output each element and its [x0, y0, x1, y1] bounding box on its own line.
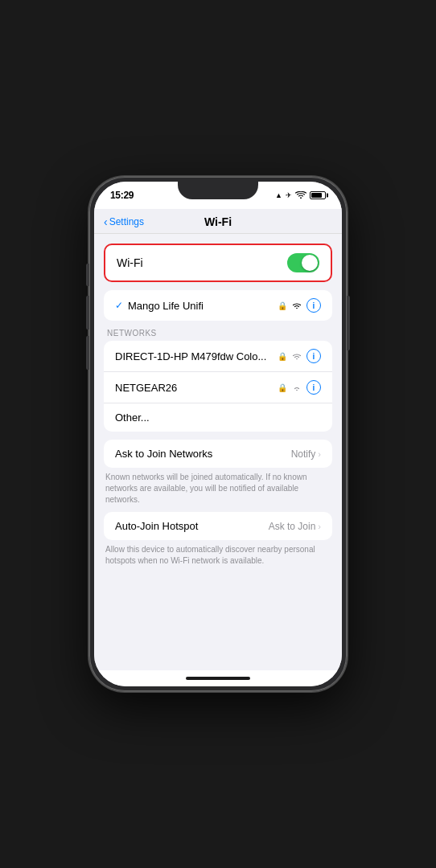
ask-to-join-row[interactable]: Ask to Join Networks Notify ›: [115, 448, 321, 460]
volume-up-button[interactable]: [86, 296, 89, 330]
network-info-button[interactable]: i: [306, 298, 321, 313]
navigation-arrow-icon: ▲: [275, 191, 282, 199]
auto-join-label: Auto-Join Hotspot: [115, 520, 198, 532]
wifi-icon-1: [291, 352, 302, 360]
lock-icon: 🔒: [278, 301, 287, 310]
wifi-signal-icon: [291, 301, 302, 309]
other-networks-label: Other...: [115, 411, 150, 424]
ask-to-join-label: Ask to Join Networks: [115, 448, 212, 460]
connected-network-icons: 🔒 i: [278, 298, 321, 313]
ask-to-join-value: Notify: [291, 448, 316, 460]
checkmark-icon: ✓: [115, 300, 123, 311]
wifi-icon-2: [291, 383, 302, 391]
status-bar: 15:29 ▲ ✈: [94, 182, 342, 209]
phone-screen: 15:29 ▲ ✈: [94, 182, 342, 686]
wifi-toggle-section: Wi-Fi: [104, 244, 332, 282]
auto-join-value: Ask to Join: [269, 521, 316, 532]
battery-fill: [311, 193, 322, 198]
back-button[interactable]: ‹ Settings: [104, 215, 144, 228]
phone-frame: 15:29 ▲ ✈: [89, 177, 347, 691]
mute-button[interactable]: [86, 264, 89, 286]
toggle-knob: [302, 255, 318, 271]
airplane-icon: ✈: [286, 191, 292, 199]
connected-network-row[interactable]: ✓ Mango Life Unifi 🔒 i: [104, 290, 332, 321]
scroll-content: Wi-Fi ✓ Mango Life Unifi 🔒: [94, 234, 342, 670]
wifi-toggle-label: Wi-Fi: [117, 256, 143, 269]
ask-to-join-chevron-icon: ›: [318, 449, 321, 459]
network-name-2: NETGEAR26: [115, 382, 273, 394]
auto-join-value-row: Ask to Join ›: [269, 521, 321, 532]
navigation-bar: ‹ Settings Wi-Fi: [94, 209, 342, 234]
home-indicator: [94, 670, 342, 686]
network-info-button-2[interactable]: i: [306, 380, 321, 395]
notch: [178, 182, 258, 199]
network-icons-2: 🔒 i: [278, 380, 321, 395]
networks-section-label: NETWORKS: [104, 329, 332, 341]
volume-down-button[interactable]: [86, 336, 89, 370]
network-icons-1: 🔒 i: [278, 349, 321, 363]
lock-icon-2: 🔒: [278, 383, 287, 392]
home-bar: [186, 677, 250, 680]
connected-network-name: Mango Life Unifi: [128, 300, 273, 312]
network-info-button-1[interactable]: i: [306, 349, 321, 363]
svg-point-2: [296, 358, 298, 360]
svg-point-1: [296, 308, 298, 309]
auto-join-description: Allow this device to automatically disco…: [104, 544, 332, 567]
power-button[interactable]: [347, 296, 350, 350]
wifi-toggle[interactable]: [287, 253, 319, 272]
ask-to-join-card[interactable]: Ask to Join Networks Notify ›: [104, 440, 332, 468]
network-row-2[interactable]: NETGEAR26 🔒 i: [104, 372, 332, 403]
network-row[interactable]: DIRECT-1D-HP M479fdw Colo... 🔒 i: [104, 341, 332, 372]
other-network-row[interactable]: Other...: [104, 403, 332, 432]
network-name-1: DIRECT-1D-HP M479fdw Colo...: [115, 350, 273, 362]
ask-to-join-group: Ask to Join Networks Notify › Known netw…: [104, 440, 332, 506]
svg-point-0: [300, 198, 302, 199]
auto-join-card[interactable]: Auto-Join Hotspot Ask to Join ›: [104, 512, 332, 540]
page-title: Wi-Fi: [204, 215, 232, 228]
ask-to-join-description: Known networks will be joined automatica…: [104, 472, 332, 506]
auto-join-group: Auto-Join Hotspot Ask to Join › Allow th…: [104, 512, 332, 567]
connected-network-section: ✓ Mango Life Unifi 🔒 i: [104, 290, 332, 321]
battery-icon: [310, 191, 326, 199]
status-icons: ▲ ✈: [275, 191, 326, 199]
lock-icon-1: 🔒: [278, 352, 287, 361]
svg-point-3: [296, 390, 298, 391]
status-time: 15:29: [110, 190, 134, 201]
auto-join-chevron-icon: ›: [318, 522, 321, 531]
wifi-status-icon: [295, 191, 306, 199]
auto-join-row[interactable]: Auto-Join Hotspot Ask to Join ›: [115, 520, 321, 532]
available-networks-section: DIRECT-1D-HP M479fdw Colo... 🔒 i NETGEAR…: [104, 341, 332, 432]
back-chevron-icon: ‹: [104, 215, 108, 228]
back-label[interactable]: Settings: [109, 216, 144, 227]
ask-to-join-value-row: Notify ›: [291, 448, 321, 460]
